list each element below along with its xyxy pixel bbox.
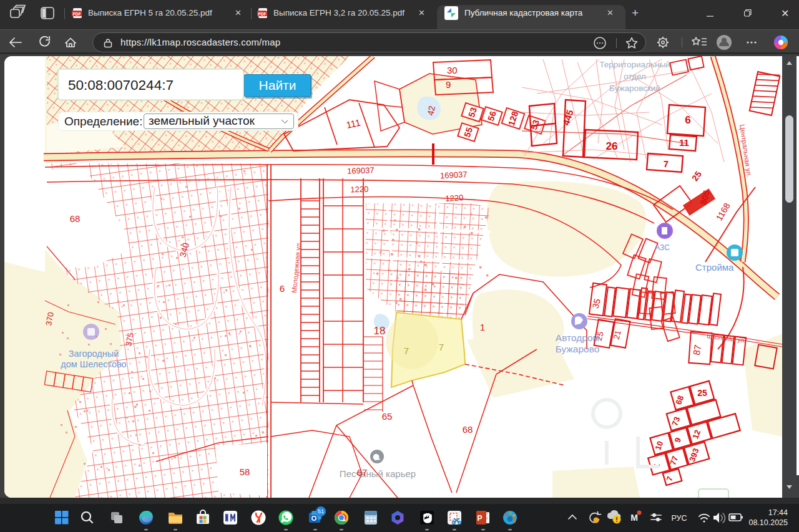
svg-text:1220: 1220 xyxy=(445,193,464,203)
svg-text:169037: 169037 xyxy=(440,170,468,180)
svg-text:отдел: отдел xyxy=(624,72,646,81)
svg-text:11: 11 xyxy=(679,137,689,148)
svg-text:68: 68 xyxy=(463,424,473,435)
svg-text:25: 25 xyxy=(697,388,707,398)
svg-text:87: 87 xyxy=(691,344,703,355)
svg-text:M: M xyxy=(630,513,638,523)
svg-text:Территориальный: Территориальный xyxy=(599,60,670,69)
svg-text:1220: 1220 xyxy=(350,185,368,195)
svg-text:Автодром: Автодром xyxy=(556,332,599,343)
svg-text:1: 1 xyxy=(480,322,485,332)
svg-text:PDF: PDF xyxy=(73,12,81,16)
svg-text:PDF: PDF xyxy=(258,12,267,16)
svg-text:7: 7 xyxy=(404,346,409,356)
svg-text:68: 68 xyxy=(70,213,81,224)
svg-text:Загородный: Загородный xyxy=(69,349,119,359)
svg-text:26: 26 xyxy=(606,140,618,152)
svg-text:6: 6 xyxy=(685,114,690,126)
svg-text:Бужаровский: Бужаровский xyxy=(609,84,660,93)
svg-text:АЗС: АЗС xyxy=(655,243,670,252)
svg-text:P: P xyxy=(477,514,482,523)
svg-text:дом Шелестово: дом Шелестово xyxy=(61,359,126,369)
svg-text:17:44: 17:44 xyxy=(768,508,788,517)
svg-text:67: 67 xyxy=(357,467,368,478)
svg-text:169037: 169037 xyxy=(347,165,375,176)
svg-text:6: 6 xyxy=(280,283,285,294)
svg-text:51: 51 xyxy=(318,508,325,515)
svg-text:9: 9 xyxy=(446,79,451,90)
svg-text:18: 18 xyxy=(374,325,386,337)
svg-text:Бужарово: Бужарово xyxy=(556,344,600,354)
svg-text:!: ! xyxy=(615,516,617,523)
svg-text:30: 30 xyxy=(447,65,458,75)
svg-text:РУС: РУС xyxy=(671,514,687,523)
svg-text:08.10.2025: 08.10.2025 xyxy=(748,518,788,527)
svg-text:65: 65 xyxy=(382,411,393,422)
svg-text:Стройма: Стройма xyxy=(695,262,734,273)
svg-text:7: 7 xyxy=(664,158,669,169)
svg-text:7: 7 xyxy=(439,342,444,352)
svg-text:58: 58 xyxy=(240,467,250,477)
svg-text:Песчаный карьер: Песчаный карьер xyxy=(340,468,416,479)
